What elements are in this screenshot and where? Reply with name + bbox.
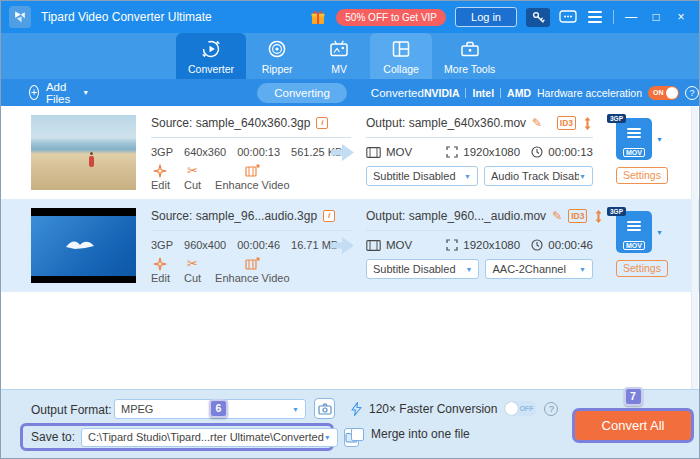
edit-button[interactable]: Edit (151, 257, 170, 284)
scrollbar[interactable] (691, 106, 698, 391)
vip-offer-badge[interactable]: 50% OFF to Get VIP (336, 9, 446, 26)
convert-all-area: 7 Convert All (571, 386, 695, 443)
tab-converting[interactable]: Converting (257, 83, 347, 103)
faster-conversion-toggle[interactable]: OFF (504, 401, 537, 416)
help-icon[interactable]: ? (685, 86, 699, 100)
audio-track-select[interactable]: Audio Track Disabled ▼ (484, 166, 593, 186)
rename-pencil-icon[interactable]: ✎ (532, 116, 542, 130)
clock-icon (531, 146, 543, 158)
close-button[interactable]: × (673, 9, 689, 25)
tab-ripper-label: Ripper (262, 63, 293, 75)
cut-button[interactable]: ✂ Cut (184, 164, 201, 191)
audio-track-select[interactable]: AAC-2Channel ▼ (485, 259, 593, 279)
chevron-down-icon: ▼ (292, 406, 299, 413)
file-row[interactable]: Source: sample_96...audio.3gp i 3GP 960x… (1, 199, 699, 292)
film-icon (366, 240, 381, 251)
ripper-icon (266, 38, 288, 60)
enhance-video-button[interactable]: Enhance Video (215, 164, 289, 191)
format-picker-button[interactable]: 3GP MOV ▼ (608, 211, 688, 253)
toggle-off-label: OFF (519, 405, 533, 412)
faster-conversion-label: 120× Faster Conversion (369, 402, 497, 416)
output-info: Output: sample_960..._audio.mov ✎ ID3 M (366, 209, 593, 279)
divider (366, 230, 593, 231)
rename-pencil-icon[interactable]: ✎ (552, 209, 562, 223)
sub-toolbar: + Add Files ▼ Converting Converted NVIDI… (1, 79, 699, 106)
enhance-video-button[interactable]: Enhance Video (215, 257, 289, 284)
collage-icon (390, 38, 412, 60)
output-duration: 00:00:13 (548, 146, 593, 158)
login-button[interactable]: Log in (455, 7, 517, 27)
toggle-knob (505, 402, 518, 415)
tab-converter[interactable]: Converter (176, 33, 246, 79)
app-title: Tipard Video Converter Ultimate (41, 10, 212, 24)
titlebar: Tipard Video Converter Ultimate 50% OFF … (1, 1, 699, 33)
chevron-down-icon: ▼ (324, 434, 331, 441)
main-tabs: Converter Ripper MV (1, 33, 699, 79)
move-handle-icon[interactable] (593, 210, 604, 223)
source-duration: 00:00:13 (237, 146, 280, 158)
id3-badge[interactable]: ID3 (557, 116, 576, 130)
source-resolution: 960x400 (184, 239, 226, 251)
move-handle-icon[interactable] (582, 117, 593, 130)
cut-button[interactable]: ✂ Cut (184, 257, 201, 284)
toggle-on-label: ON (653, 89, 664, 96)
maximize-button[interactable]: □ (648, 9, 664, 25)
file-row[interactable]: Source: sample_640x360.3gp i 3GP 640x360… (1, 106, 699, 199)
enhance-icon (245, 164, 260, 178)
settings-button[interactable]: Settings (616, 167, 668, 184)
chevron-down-icon: ▼ (579, 173, 586, 180)
mv-icon (328, 38, 350, 60)
chevron-down-icon: ▼ (464, 173, 471, 180)
merge-row[interactable]: Merge into one file (351, 427, 470, 441)
chevron-down-icon: ▼ (656, 229, 663, 236)
edit-button[interactable]: Edit (151, 164, 170, 191)
tab-converted[interactable]: Converted (371, 87, 424, 99)
feedback-icon[interactable] (559, 9, 577, 25)
format-picker-button[interactable]: 3GP MOV ▼ (608, 118, 688, 160)
hw-accel-toggle[interactable]: ON (648, 86, 679, 100)
titlebar-actions: 50% OFF to Get VIP Log in — □ × (309, 7, 689, 27)
merge-label: Merge into one file (371, 427, 470, 441)
add-files-button[interactable]: + Add Files ▼ (29, 81, 89, 105)
subtitle-select[interactable]: Subtitle Disabled ▼ (366, 259, 479, 279)
tab-more-tools[interactable]: More Tools (432, 33, 507, 79)
save-to-select[interactable]: C:\Tipard Studio\Tipard...rter Ultimate\… (81, 428, 338, 447)
divider (366, 137, 593, 138)
info-icon[interactable]: i (323, 210, 335, 222)
scissors-icon: ✂ (187, 164, 198, 178)
settings-button[interactable]: Settings (616, 260, 668, 277)
hw-accel-label: Hardware acceleration (537, 87, 642, 99)
info-icon[interactable]: i (316, 117, 328, 129)
source-resolution: 640x360 (184, 146, 226, 158)
output-format-label: Output Format: (31, 403, 112, 417)
gift-icon[interactable] (309, 8, 327, 26)
video-thumbnail (31, 115, 136, 190)
tab-ripper[interactable]: Ripper (246, 33, 308, 79)
help-icon[interactable]: ? (544, 402, 558, 416)
save-to-label: Save to: (31, 430, 75, 444)
annotation-step-badge: 7 (624, 387, 643, 406)
toggle-knob (666, 87, 678, 99)
brand-separator (500, 88, 501, 98)
tab-mv[interactable]: MV (308, 33, 370, 79)
id3-badge[interactable]: ID3 (568, 209, 587, 223)
output-format-text: MOV (386, 239, 412, 251)
divider (151, 137, 351, 138)
minimize-button[interactable]: — (623, 9, 639, 25)
register-key-icon[interactable] (526, 8, 550, 27)
snapshot-icon[interactable] (314, 398, 335, 419)
source-format: 3GP (151, 146, 173, 158)
merge-checkbox[interactable] (351, 428, 364, 441)
toolbox-icon (459, 38, 481, 60)
add-icon: + (29, 85, 39, 100)
film-icon (366, 147, 381, 158)
hamburger-menu-icon[interactable] (586, 9, 604, 25)
tab-collage[interactable]: Collage (370, 33, 432, 79)
output-filename: Output: sample_640x360.mov (366, 116, 526, 130)
save-to-highlight-box: Save to: C:\Tipard Studio\Tipard...rter … (20, 423, 334, 451)
subtitle-select[interactable]: Subtitle Disabled ▼ (366, 166, 478, 186)
convert-all-button[interactable]: Convert All (572, 408, 694, 443)
source-format: 3GP (151, 239, 173, 251)
video-thumbnail (31, 208, 136, 283)
output-info: Output: sample_640x360.mov ✎ ID3 MOV (366, 116, 593, 186)
